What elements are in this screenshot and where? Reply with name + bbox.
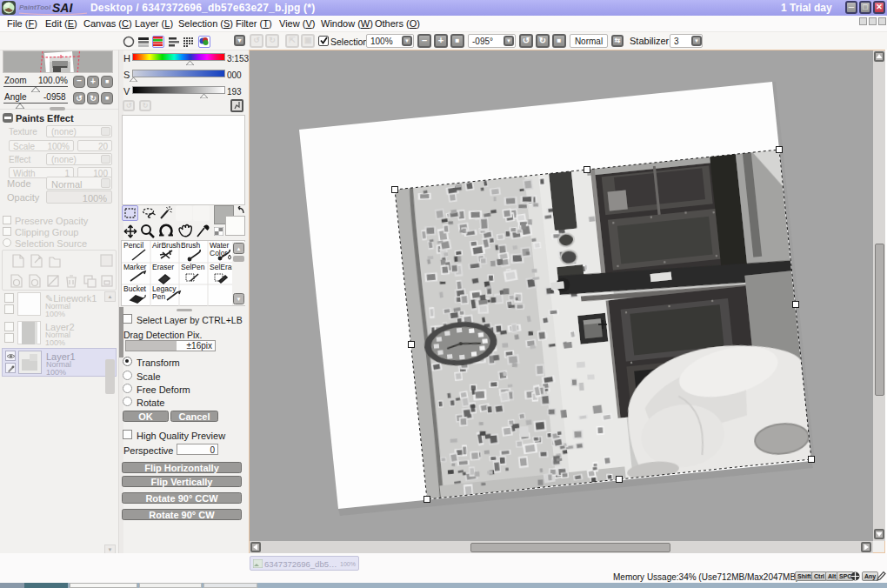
svg-text:Color: Color xyxy=(210,249,227,257)
svg-text:AirBrush: AirBrush xyxy=(152,241,181,250)
svg-text:Pen: Pen xyxy=(152,292,165,301)
svg-text:Marker: Marker xyxy=(123,263,147,271)
svg-text:SAI: SAI xyxy=(52,1,73,15)
svg-text:Pencil: Pencil xyxy=(123,241,143,250)
svg-text:Bucket: Bucket xyxy=(123,284,147,293)
svg-text:PaintTool: PaintTool xyxy=(19,3,51,11)
svg-text:Brush: Brush xyxy=(181,241,200,250)
svg-text:Eraser: Eraser xyxy=(152,263,174,271)
svg-text:SelPen: SelPen xyxy=(181,263,205,271)
